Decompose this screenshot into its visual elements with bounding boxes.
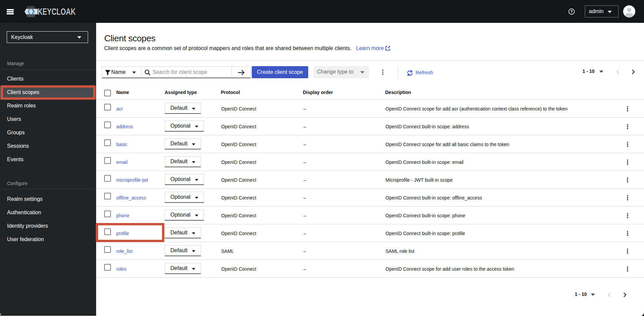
svg-text:KEYCLOAK: KEYCLOAK <box>38 6 76 17</box>
svg-text:?: ? <box>570 9 573 14</box>
